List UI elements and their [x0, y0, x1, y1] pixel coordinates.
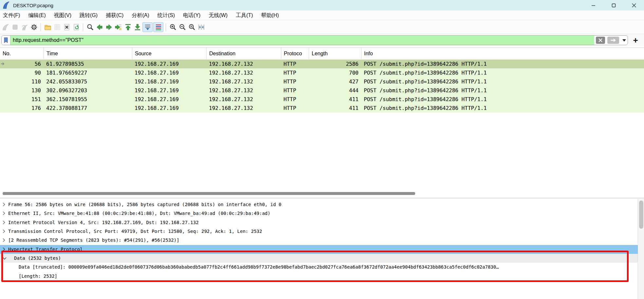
auto-scroll-icon [144, 24, 151, 31]
chevron-right-icon[interactable] [2, 211, 5, 216]
packet-list-header: No. Time Source Destination Protoco Leng… [0, 47, 644, 59]
selected-row-marker-icon [1, 62, 6, 66]
detail-row-data[interactable]: Data (2532 bytes) [0, 254, 644, 263]
filter-bookmark-button[interactable] [2, 36, 10, 45]
capture-options-icon [30, 24, 38, 31]
menu-wireless[interactable]: 无线(W) [206, 10, 230, 20]
close-button[interactable] [624, 0, 644, 10]
filter-bar: + [0, 34, 644, 46]
column-header-protocol[interactable]: Protoco [281, 48, 309, 59]
zoom-out-button[interactable] [178, 22, 187, 32]
go-to-top-button[interactable] [123, 22, 132, 32]
reload-file-button[interactable] [72, 22, 81, 32]
capture-options-button[interactable] [29, 22, 38, 32]
filter-add-button[interactable]: + [630, 35, 641, 45]
maximize-icon [612, 3, 616, 8]
display-filter-input[interactable] [10, 36, 594, 45]
chevron-down-expanded-icon[interactable] [2, 257, 7, 260]
open-file-button[interactable] [43, 22, 52, 32]
close-file-icon [63, 24, 70, 31]
detail-row-ethernet[interactable]: Ethernet II, Src: VMware_be:41:88 (00:0c… [0, 209, 644, 218]
menu-help[interactable]: 帮助(H) [258, 10, 282, 20]
details-vscrollbar[interactable] [638, 199, 644, 299]
colorize-button[interactable] [153, 22, 163, 32]
go-to-packet-button[interactable] [114, 22, 123, 32]
packet-row[interactable]: 151362.150781955 192.168.27.169192.168.2… [0, 95, 644, 104]
menu-go[interactable]: 跳转(G) [77, 10, 101, 20]
save-file-button[interactable] [53, 22, 62, 32]
minimize-button[interactable] [583, 0, 603, 10]
menu-bar: 文件(F) 编辑(E) 视图(V) 跳转(G) 捕获(C) 分析(A) 统计(S… [0, 10, 644, 20]
detail-row-tcp[interactable]: Transmission Control Protocol, Src Port:… [0, 227, 644, 236]
column-header-length[interactable]: Length [309, 48, 361, 59]
packet-row[interactable]: 110242.055833075 192.168.27.169192.168.2… [0, 77, 644, 86]
go-to-bottom-icon [134, 24, 141, 31]
chevron-right-icon[interactable] [2, 247, 5, 252]
pane-splitter[interactable] [0, 198, 644, 198]
menu-tools[interactable]: 工具(T) [233, 10, 256, 20]
restart-capture-button[interactable] [20, 22, 29, 32]
zoom-in-button[interactable] [168, 22, 177, 32]
detail-row-frame[interactable]: Frame 56: 2586 bytes on wire (20688 bits… [0, 200, 644, 209]
chevron-down-icon [622, 39, 626, 42]
detail-row-ip[interactable]: Internet Protocol Version 4, Src: 192.16… [0, 218, 644, 227]
zoom-reset-icon [188, 24, 195, 31]
column-header-info[interactable]: Info [361, 48, 644, 59]
column-header-time[interactable]: Time [44, 48, 132, 59]
reload-file-icon [73, 24, 80, 31]
go-to-bottom-button[interactable] [133, 22, 142, 32]
menu-view[interactable]: 视图(V) [51, 10, 74, 20]
chevron-right-icon[interactable] [2, 220, 5, 225]
go-back-button[interactable] [95, 22, 104, 32]
menu-file[interactable]: 文件(F) [0, 10, 23, 20]
colorize-icon [155, 24, 162, 31]
go-forward-icon [105, 24, 113, 31]
column-header-source[interactable]: Source [132, 48, 206, 59]
packet-row[interactable]: 176422.378088177 192.168.27.169192.168.2… [0, 104, 644, 113]
chevron-right-icon[interactable] [2, 238, 5, 242]
detail-row-data-truncated[interactable]: Data [truncated]: 000009e09fa046ed18d2de… [0, 263, 644, 272]
start-capture-icon [2, 24, 9, 31]
filter-clear-button[interactable] [596, 37, 605, 44]
detail-row-data-length[interactable]: [Length: 2532] [0, 272, 644, 281]
detail-row-http[interactable]: Hypertext Transfer Protocol [0, 245, 644, 254]
packet-list-hscrollbar-thumb[interactable] [3, 192, 415, 195]
menu-edit[interactable]: 编辑(E) [25, 10, 48, 20]
stop-capture-button[interactable] [10, 22, 19, 32]
packet-row[interactable]: 90181.976659227 192.168.27.169192.168.27… [0, 68, 644, 77]
filter-apply-button[interactable] [607, 37, 619, 44]
find-packet-button[interactable] [85, 22, 94, 32]
resize-columns-button[interactable] [197, 22, 206, 32]
packet-row[interactable]: 5661.927898535 192.168.27.169192.168.27.… [0, 60, 644, 68]
chevron-right-icon[interactable] [2, 202, 5, 207]
title-bar: DESKTOP.pcapng [0, 0, 644, 10]
maximize-button[interactable] [603, 0, 624, 10]
menu-statistics[interactable]: 统计(S) [155, 10, 178, 20]
packet-list: 5661.927898535 192.168.27.169192.168.27.… [0, 60, 644, 113]
toolbar-separator [83, 23, 83, 31]
packet-details-pane: Frame 56: 2586 bytes on wire (20688 bits… [0, 199, 644, 299]
close-icon [632, 3, 636, 8]
details-vscrollbar-thumb[interactable] [639, 201, 643, 229]
zoom-reset-button[interactable] [187, 22, 196, 32]
auto-scroll-button[interactable] [142, 22, 153, 32]
zoom-out-icon [179, 24, 186, 31]
column-header-destination[interactable]: Destination [206, 48, 281, 59]
minimize-icon [591, 3, 596, 8]
filter-history-dropdown[interactable] [620, 36, 628, 45]
close-file-button[interactable] [62, 22, 71, 32]
detail-row-reassembled[interactable]: [2 Reassembled TCP Segments (2823 bytes)… [0, 236, 644, 245]
start-capture-button[interactable] [1, 22, 10, 32]
save-file-icon [54, 24, 61, 31]
toolbar-separator [41, 23, 41, 31]
go-forward-button[interactable] [104, 22, 113, 32]
zoom-in-icon [169, 24, 176, 31]
wireshark-logo-icon [3, 1, 10, 9]
go-to-packet-icon [115, 24, 122, 31]
menu-analyze[interactable]: 分析(A) [129, 10, 152, 20]
menu-capture[interactable]: 捕获(C) [103, 10, 126, 20]
packet-row[interactable]: 130302.096327203 192.168.27.169192.168.2… [0, 86, 644, 95]
column-header-no[interactable]: No. [0, 48, 44, 59]
chevron-right-icon[interactable] [2, 229, 5, 234]
menu-telephony[interactable]: 电话(Y) [180, 10, 203, 20]
